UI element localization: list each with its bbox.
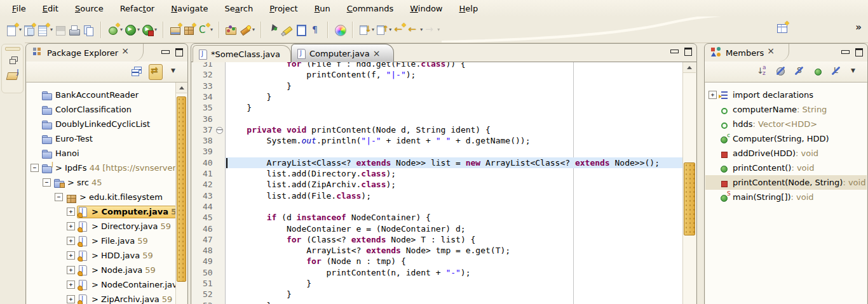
code-line-36[interactable] [227,114,682,124]
line-number[interactable]: 44 [203,201,213,212]
line-number[interactable]: 48 [203,245,213,256]
member-item-main-string[interactable]: Smain(String[]) : void [705,190,867,204]
code-line-43[interactable]: list.add(File.class); [227,190,682,201]
toolbar-button-show-whitespace[interactable]: ¶ [308,23,322,37]
scroll-up-icon[interactable] [683,62,696,73]
member-item-printcontent[interactable]: printContent() : void [705,161,867,175]
expand-icon[interactable]: + [67,208,75,216]
sort-icon[interactable]: ↓az [756,65,769,77]
line-number[interactable]: 31 [203,62,213,69]
maximize-icon[interactable] [855,48,863,56]
expand-icon[interactable]: + [67,266,75,274]
member-item-hdds[interactable]: hdds : Vector<HDD> [705,117,867,131]
menu-item-navigate[interactable]: Navigate [163,3,216,15]
toolbar-button-next-annotation[interactable]: ↓▾ [358,23,375,37]
hide-nonpublic-icon[interactable] [811,65,824,77]
editor-tab-someclass-java[interactable]: J*SomeClass.java [193,45,291,62]
code-line-50[interactable]: printContent(n, ident + "-"); [227,267,682,278]
tree-item-hdd-java[interactable]: +J> HDD.java59 [27,248,176,263]
tree-item-body[interactable]: J> ZipArchiv.java59 [77,293,176,304]
dropdown-arrow-icon[interactable]: ▾ [210,27,213,32]
restore-view-icon[interactable] [6,55,19,67]
member-item-import-declarations[interactable]: +import declarations [705,88,867,102]
line-number[interactable]: 50 [203,267,213,278]
code-line-37[interactable]: private void printContent(Node d, String… [227,124,682,135]
member-item-printcontent-node-string[interactable]: printContent(Node, String) : void [705,175,867,190]
fold-collapse-icon[interactable] [216,127,223,134]
code-line-34[interactable]: } [227,91,682,102]
dropdown-arrow-icon[interactable]: ▾ [154,27,157,32]
code-line-31[interactable]: for (File f : hdd.get(File.class)) { [227,62,682,69]
collapse-icon[interactable]: − [43,178,51,187]
line-number[interactable]: 49 [203,256,213,267]
minimize-icon[interactable] [670,50,679,53]
scroll-up-icon[interactable] [176,83,187,93]
expand-icon[interactable]: + [67,222,75,230]
menu-item-project[interactable]: Project [261,3,306,15]
toolbar-button-new-wizard[interactable]: ▾ [5,23,22,37]
tree-item-ipdfs[interactable]: −J> IpdFs44 [https://svnserver.i [27,161,176,175]
view-menu-icon[interactable]: ▼ [168,65,181,77]
code-line-38[interactable]: System.out.println("|-" + ident + " " + … [227,135,682,146]
menu-item-run[interactable]: Run [306,3,339,15]
toolbar-button-new-package[interactable] [182,23,196,37]
toolbar-button-forward[interactable]: →▾ [423,23,440,37]
tree-item-body[interactable]: J> Node.java59 [77,264,176,277]
line-number[interactable]: 39 [203,146,213,157]
code-line-46[interactable]: NodeContainer e = (NodeContainer) d; [227,223,682,234]
package-explorer-tab[interactable]: Package Explorer × [26,44,144,62]
tree-item-src[interactable]: −> src45 [27,175,176,190]
maximize-icon[interactable] [175,48,183,56]
tree-item-body[interactable]: DoublyLinkedCyclicList [41,118,176,131]
toolbar-button-show-source[interactable] [294,23,308,37]
dropdown-arrow-icon[interactable]: ▾ [50,27,53,32]
member-item-adddrive-hdd[interactable]: addDrive(HDD) : void [705,146,867,161]
menu-item-file[interactable]: File [4,3,34,15]
toolbar-button-search-torch[interactable]: ▾ [238,23,255,37]
tree-item-body[interactable]: J> HDD.java59 [77,249,176,262]
code-line-49[interactable]: for (Node n : tmp) { [227,256,682,267]
tree-item-body[interactable]: Euro-Test [41,133,176,145]
members-tab[interactable]: Members × [705,44,789,62]
member-item-computer-string-hdd[interactable]: cComputer(String, HDD) [705,131,867,146]
menu-item-source[interactable]: Source [67,3,112,15]
line-number-ruler[interactable]: 3132333435363738394041424344454647484950… [192,62,226,304]
code-line-42[interactable]: list.add(ZipArchiv.class); [227,179,682,190]
hide-static-icon[interactable]: S [793,65,806,77]
line-number[interactable]: 38 [203,135,213,146]
dropdown-arrow-icon[interactable]: ▾ [120,27,123,32]
dropdown-arrow-icon[interactable]: ▾ [372,27,374,32]
line-number[interactable]: 36 [203,114,213,124]
tree-item-bankaccountreader[interactable]: BankAccountReader [27,88,176,102]
tree-item-doublylinkedcycliclist[interactable]: DoublyLinkedCyclicList [27,117,176,131]
tree-item-body[interactable]: > edu.kit.filesystem [65,191,176,204]
toolbar-button-save[interactable] [53,23,67,37]
line-number[interactable]: 53 [203,300,213,304]
editor-tab-computer-java[interactable]: JComputer.java× [291,44,394,62]
tree-item-colorclassification[interactable]: ColorClassification [27,102,176,117]
toolbar-overflow-chevron[interactable]: » [855,22,862,33]
line-number[interactable]: 32 [203,69,213,80]
tree-item-body[interactable]: J> NodeContainer.java59 [77,279,176,291]
close-icon[interactable]: × [121,46,134,58]
drag-handle[interactable] [5,47,20,51]
toolbar-button-back[interactable]: ←▾ [406,23,423,37]
dropdown-arrow-icon[interactable]: ▾ [19,27,22,32]
code-line-33[interactable]: } [227,81,682,91]
menu-item-commands[interactable]: Commands [339,3,402,15]
menu-item-refactor[interactable]: Refactor [112,3,163,15]
code-line-51[interactable]: } [227,278,682,289]
expand-icon[interactable]: + [67,295,75,303]
dropdown-arrow-icon[interactable]: ▾ [437,27,440,32]
editor-scrollbar[interactable] [682,62,696,304]
collapse-icon[interactable]: − [31,164,39,172]
toolbar-button-mark-occurrences[interactable] [266,23,280,37]
line-number[interactable]: 52 [203,289,213,300]
dropdown-arrow-icon[interactable]: ▾ [252,27,255,32]
tree-item-body[interactable]: ColorClassification [41,103,176,116]
toolbar-button-new-class[interactable]: C▾ [196,23,214,37]
toolbar-button-highlighter[interactable] [280,23,294,37]
toolbar-button-print[interactable] [67,23,81,37]
toolbar-button-copy[interactable] [81,23,95,37]
tree-item-body[interactable]: J> Computer.java59 [77,206,176,218]
